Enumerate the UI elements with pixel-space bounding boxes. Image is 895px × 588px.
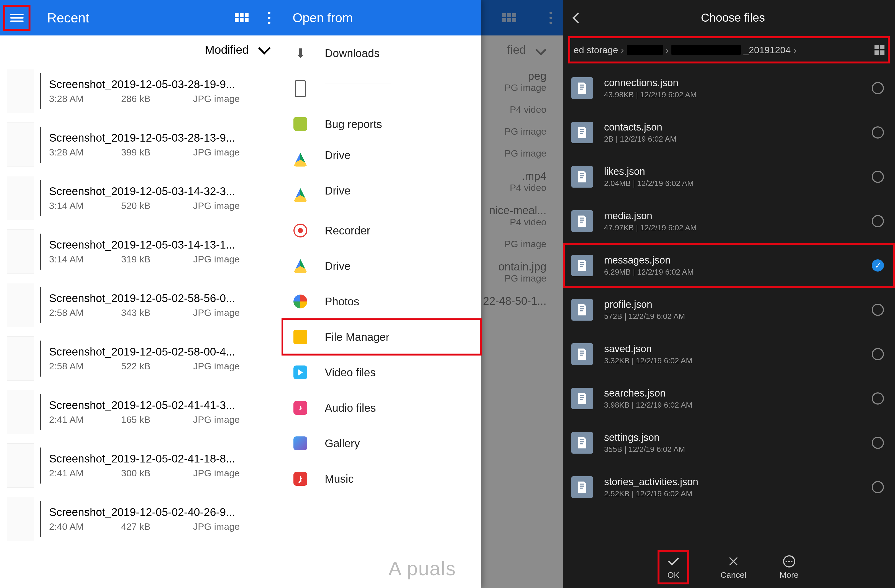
file-type: JPG image — [193, 414, 240, 425]
file-type: JPG image — [193, 93, 240, 104]
file-row[interactable]: Screenshot_2019-12-05-02-41-41-3... 2:41… — [0, 385, 282, 439]
select-radio[interactable] — [872, 215, 884, 227]
drawer-item-vid[interactable]: Video files — [282, 355, 481, 390]
select-radio[interactable] — [872, 481, 884, 493]
file-row[interactable]: Screenshot_2019-12-05-03-14-32-3... 3:14… — [0, 171, 282, 225]
file-row[interactable]: messages.json6.29MB | 12/2/19 6:02 AM ✓ — [563, 243, 895, 288]
file-name: Screenshot_2019-12-05-02-41-18-8... — [49, 453, 282, 465]
file-row[interactable]: Screenshot_2019-12-05-02-58-00-4... 2:58… — [0, 332, 282, 385]
aud-icon: ♪ — [293, 400, 308, 416]
drawer-item-gal[interactable]: Gallery — [282, 426, 481, 461]
appbar: Recent — [0, 0, 282, 35]
rec-icon — [293, 223, 308, 238]
crumb-suffix: _20191204 — [743, 45, 790, 55]
file-name: Screenshot_2019-12-05-02-41-41-3... — [49, 399, 282, 412]
select-radio[interactable] — [872, 348, 884, 360]
file-row[interactable]: stories_activities.json2.52KB | 12/2/19 … — [563, 465, 895, 509]
grid-view-icon[interactable] — [235, 13, 249, 22]
document-icon — [571, 255, 593, 276]
file-row[interactable]: searches.json3.98KB | 12/2/19 6:02 AM — [563, 376, 895, 421]
file-name: profile.json — [604, 299, 861, 310]
open-from-pane: fied pegPG imageP4 videoPG imagePG image… — [282, 0, 563, 588]
recent-pane: Recent Modified Screenshot_2019-12-05-03… — [0, 0, 282, 588]
crumb-redacted — [627, 45, 663, 55]
file-row[interactable]: connections.json43.98KB | 12/2/19 6:02 A… — [563, 66, 895, 110]
drawer-item-rec[interactable]: Recorder — [282, 213, 481, 248]
drawer-item-folder[interactable]: File Manager — [282, 319, 481, 355]
file-row[interactable]: Screenshot_2019-12-05-03-14-13-1... 3:14… — [0, 225, 282, 278]
select-radio[interactable] — [872, 126, 884, 139]
select-radio[interactable] — [872, 393, 884, 405]
select-radio[interactable] — [872, 304, 884, 316]
select-radio[interactable] — [872, 82, 884, 94]
file-type: JPG image — [193, 361, 240, 371]
drawer-item-aud[interactable]: ♪ Audio files — [282, 390, 481, 426]
sort-bar[interactable]: Modified — [0, 35, 282, 64]
photos-icon — [293, 294, 308, 309]
file-size: 522 kB — [121, 361, 168, 371]
ok-button[interactable]: OK — [660, 552, 687, 582]
file-meta: 43.98KB | 12/2/19 6:02 AM — [604, 90, 861, 99]
file-row[interactable]: Screenshot_2019-12-05-03-28-13-9... 3:28… — [0, 118, 282, 171]
file-row[interactable]: Screenshot_2019-12-05-03-28-19-9... 3:28… — [0, 64, 282, 118]
file-row[interactable]: Screenshot_2019-12-05-02-41-18-8... 2:41… — [0, 439, 282, 492]
drawer-item-phone[interactable] — [282, 71, 481, 106]
file-row[interactable]: profile.json572B | 12/2/19 6:02 AM — [563, 288, 895, 332]
choose-files-pane: Choose files ed storage › › _20191204 › … — [563, 0, 895, 588]
open-from-drawer: Open from ⬇ Downloads Bug reports Drive … — [282, 0, 481, 588]
breadcrumb[interactable]: ed storage › › _20191204 › — [569, 36, 889, 63]
file-name: connections.json — [604, 77, 861, 89]
select-radio[interactable] — [872, 437, 884, 449]
grid-view-icon[interactable] — [874, 45, 884, 55]
select-radio[interactable] — [872, 171, 884, 183]
file-row[interactable]: contacts.json2B | 12/2/19 6:02 AM — [563, 110, 895, 155]
drawer-item-mus[interactable]: ♪ Music — [282, 461, 481, 497]
file-time: 2:41 AM — [49, 468, 96, 479]
menu-icon[interactable] — [10, 11, 24, 24]
drawer-item-android[interactable]: Bug reports — [282, 106, 481, 142]
file-row[interactable]: media.json47.97KB | 12/2/19 6:02 AM — [563, 199, 895, 243]
drawer-item-drive[interactable]: Drive — [282, 177, 481, 213]
file-name: messages.json — [604, 255, 861, 266]
file-time: 2:40 AM — [49, 521, 96, 532]
drive-icon — [293, 152, 308, 167]
file-time: 2:58 AM — [49, 307, 96, 318]
file-row[interactable]: saved.json3.32KB | 12/2/19 6:02 AM — [563, 332, 895, 376]
file-name: Screenshot_2019-12-05-02-58-00-4... — [49, 346, 282, 358]
file-row[interactable]: likes.json2.04MB | 12/2/19 6:02 AM — [563, 155, 895, 199]
file-name: Screenshot_2019-12-05-02-40-26-9... — [49, 506, 282, 518]
drawer-item-drive[interactable]: Drive — [282, 248, 481, 284]
file-name: Screenshot_2019-12-05-03-28-13-9... — [49, 132, 282, 144]
file-row[interactable]: settings.json355B | 12/2/19 6:02 AM — [563, 421, 895, 465]
document-icon — [571, 166, 593, 188]
drawer-item-label: Photos — [325, 296, 360, 308]
drawer-item-label: File Manager — [325, 331, 389, 343]
file-row[interactable]: Screenshot_2019-12-05-02-40-26-9... 2:40… — [0, 492, 282, 546]
cancel-button[interactable]: Cancel — [721, 555, 746, 580]
thumbnail — [7, 176, 34, 220]
file-size: 343 kB — [121, 307, 168, 318]
document-icon — [571, 388, 593, 409]
sort-label: Modified — [205, 43, 249, 56]
file-name: Screenshot_2019-12-05-03-14-13-1... — [49, 239, 282, 251]
file-list: connections.json43.98KB | 12/2/19 6:02 A… — [563, 66, 895, 509]
drawer-item-label: Music — [325, 473, 353, 485]
more-icon[interactable] — [265, 12, 273, 24]
more-button[interactable]: More — [780, 555, 799, 580]
thumbnail — [7, 336, 34, 381]
drawer-item-label: Drive — [325, 185, 402, 197]
check-icon — [668, 555, 679, 565]
file-meta: 2.04MB | 12/2/19 6:02 AM — [604, 179, 861, 188]
file-meta: 3.32KB | 12/2/19 6:02 AM — [604, 356, 861, 365]
file-name: Screenshot_2019-12-05-03-28-19-9... — [49, 78, 282, 91]
dl-icon: ⬇ — [293, 45, 308, 61]
drawer-item-drive[interactable]: Drive — [282, 142, 481, 177]
file-name: likes.json — [604, 166, 861, 177]
thumbnail — [7, 443, 34, 488]
document-icon — [571, 77, 593, 99]
drawer-item-label: Drive — [325, 149, 402, 162]
drawer-item-dl[interactable]: ⬇ Downloads — [282, 35, 481, 71]
select-radio[interactable]: ✓ — [872, 259, 884, 271]
file-row[interactable]: Screenshot_2019-12-05-02-58-56-0... 2:58… — [0, 278, 282, 332]
drawer-item-photos[interactable]: Photos — [282, 284, 481, 319]
